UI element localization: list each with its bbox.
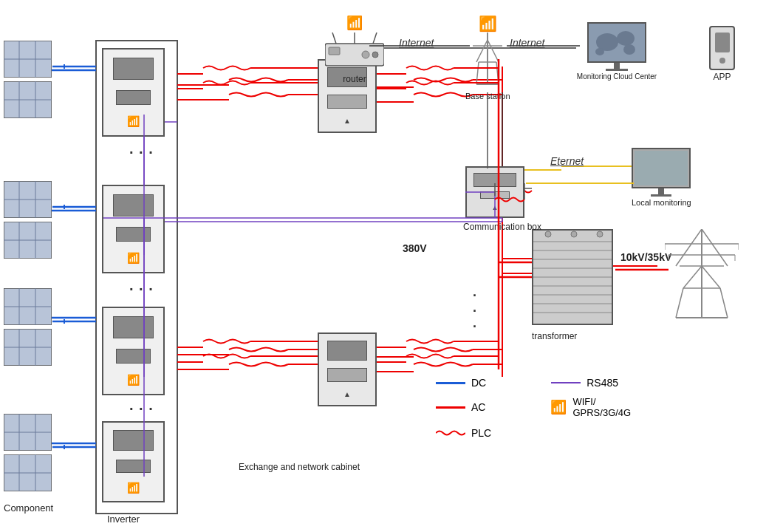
monitoring-cloud-label: Monitoring Cloud Center	[576, 72, 657, 81]
legend-rs485-line	[551, 382, 581, 383]
base-station: 📶 Base station	[465, 15, 510, 100]
transmission-tower	[665, 229, 739, 328]
legend-ac-label: AC	[471, 401, 485, 413]
svg-point-115	[595, 48, 604, 55]
svg-line-106	[488, 40, 499, 62]
voltage-380-label: 380V	[403, 242, 427, 254]
monitoring-cloud-center: Monitoring Cloud Center	[576, 22, 657, 81]
svg-line-109	[496, 62, 499, 84]
app-icon: APP	[709, 26, 735, 82]
svg-rect-100	[329, 47, 340, 55]
router-label: router	[325, 74, 384, 84]
legend-plc-label: PLC	[471, 427, 491, 439]
solar-panel-group-4b	[4, 454, 52, 494]
svg-line-89	[720, 288, 728, 318]
svg-line-88	[676, 288, 683, 318]
svg-point-78	[571, 231, 577, 237]
voltage-10-35-label: 10kV/35kV	[620, 251, 671, 263]
solar-panel-group-3	[4, 288, 52, 328]
inverter-dots-1: · · ·	[129, 144, 154, 161]
inverter-3: 📶	[102, 307, 165, 395]
legend-wifi-label: WIFI/ GPRS/3G/4G	[572, 396, 631, 418]
svg-point-77	[545, 231, 551, 237]
svg-point-79	[597, 231, 603, 237]
solar-panel-group-4	[4, 414, 52, 454]
legend-wifi-icon: 📶	[550, 399, 567, 415]
svg-line-82	[676, 229, 702, 266]
exchange-cabinet-bottom: ▲	[318, 332, 377, 406]
svg-line-85	[683, 266, 702, 288]
inverter-label: Inverter	[107, 514, 140, 525]
internet-label-1: Internet	[399, 37, 434, 49]
solar-panel-group-1b	[4, 81, 52, 121]
legend-ac-line	[436, 406, 465, 409]
app-label: APP	[713, 72, 731, 82]
svg-line-97	[332, 33, 336, 44]
communication-box: ▲	[465, 166, 524, 218]
svg-point-113	[617, 31, 635, 46]
solar-panel-group-3b	[4, 329, 52, 369]
local-monitoring-label: Local monitoring	[632, 198, 691, 207]
inverter-dots-3: · · ·	[129, 400, 154, 417]
transformer-label: transformer	[532, 331, 577, 341]
legend-plc-line	[436, 426, 465, 440]
svg-point-102	[372, 52, 378, 58]
svg-rect-116	[635, 151, 688, 185]
svg-line-99	[373, 33, 377, 44]
legend-dc-line	[436, 382, 465, 384]
transformer-dots: ···	[473, 288, 477, 335]
legend-rs485-label: RS485	[587, 377, 618, 389]
inverter-4: 📶	[102, 421, 165, 502]
comm-box-label: Communication box	[458, 222, 547, 232]
inverter-dots-2: · · ·	[129, 281, 154, 298]
local-monitoring: Local monitoring	[632, 148, 691, 207]
router-container: 📶 router	[325, 15, 384, 83]
svg-line-86	[702, 266, 720, 288]
inverter-2: 📶	[102, 185, 165, 273]
legend-section: DC RS485 AC 📶 WIFI/ GPRS/3G/4G PLC	[436, 377, 631, 440]
legend-dc-label: DC	[471, 377, 486, 389]
inverter-1: 📶	[102, 48, 165, 137]
svg-line-105	[476, 40, 488, 62]
internet-label-2: Internet	[510, 37, 544, 49]
svg-line-83	[702, 229, 728, 266]
eternet-label: Eternet	[550, 155, 584, 167]
transformer	[532, 229, 613, 325]
svg-line-108	[476, 62, 479, 84]
exchange-cabinet-label: Exchange and network cabinet	[214, 462, 384, 472]
svg-point-114	[623, 44, 635, 55]
solar-panel-group-2b	[4, 222, 52, 262]
base-station-label: Base station	[465, 92, 510, 100]
solar-panel-group-1	[4, 41, 52, 81]
solar-panel-group-2	[4, 181, 52, 221]
svg-point-101	[362, 51, 369, 58]
component-label: Component	[4, 502, 53, 514]
